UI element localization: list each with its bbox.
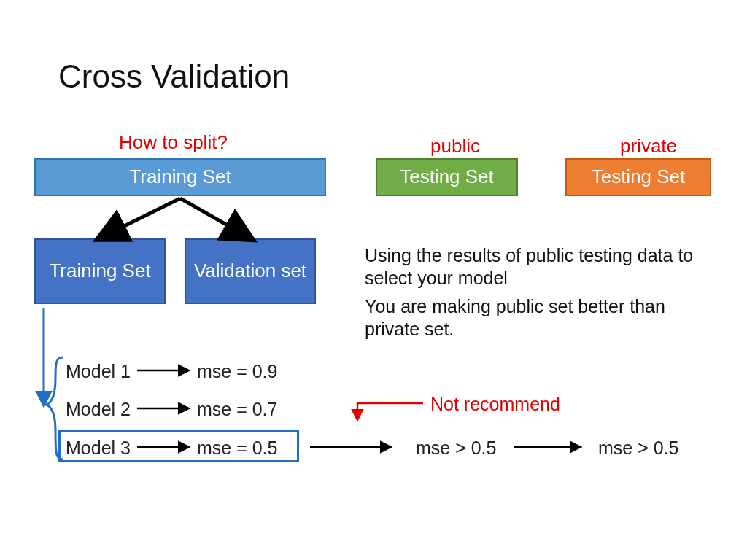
public-mse-result: mse > 0.5	[416, 438, 496, 459]
not-recommend-label: Not recommend	[430, 394, 560, 415]
model2-mse: mse = 0.7	[197, 399, 277, 420]
slide-title: Cross Validation	[58, 58, 290, 95]
split-arrow-left	[102, 198, 180, 237]
model1-mse: mse = 0.9	[197, 361, 277, 382]
training-set-top-text: Training Set	[129, 166, 231, 188]
validation-set-box: Validation set	[185, 238, 316, 304]
private-label: private	[620, 135, 677, 158]
selected-model-highlight	[58, 430, 299, 462]
not-recommend-arrow	[357, 403, 423, 419]
validation-set-text: Validation set	[194, 260, 306, 282]
testing-set-private-box: Testing Set	[565, 158, 711, 196]
testing-set-public-box: Testing Set	[376, 158, 518, 196]
training-set-sub-box: Training Set	[34, 238, 166, 304]
testing-set-private-text: Testing Set	[592, 166, 686, 188]
model2-label: Model 2	[66, 399, 131, 420]
training-set-sub-text: Training Set	[49, 260, 150, 282]
how-to-split-label: How to split?	[119, 131, 228, 154]
split-arrow-right	[180, 198, 248, 237]
private-mse-result: mse > 0.5	[598, 438, 678, 459]
testing-set-public-text: Testing Set	[400, 166, 494, 188]
public-label: public	[430, 135, 480, 158]
body-text-line2: You are making public set better than pr…	[365, 295, 708, 341]
body-text-line1: Using the results of public testing data…	[365, 244, 708, 290]
model1-label: Model 1	[66, 361, 131, 382]
training-set-top-box: Training Set	[34, 158, 326, 196]
